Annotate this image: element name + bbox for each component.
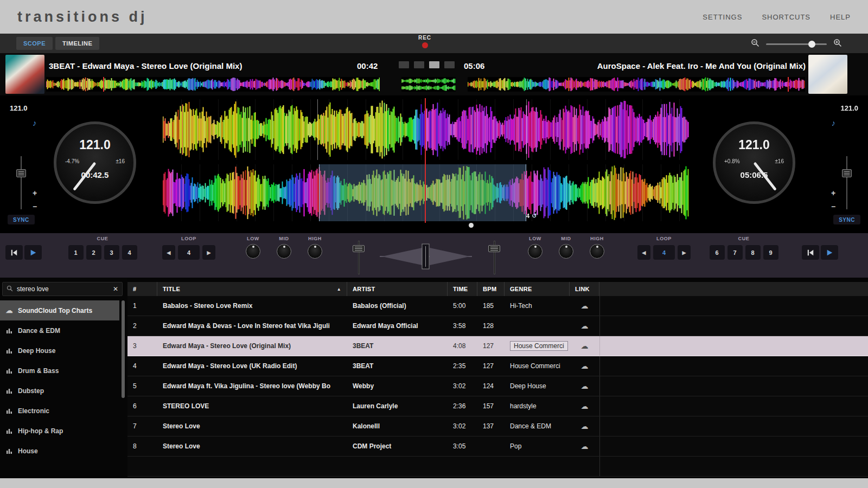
deck-b-pitch-slider-handle[interactable] — [842, 169, 852, 177]
zoom-out-icon[interactable] — [751, 38, 760, 49]
sidebar-item-hip-hop-rap[interactable]: Hip-hop & Rap — [0, 421, 119, 441]
sidebar-item-drum-bass[interactable]: Drum & Bass — [0, 361, 119, 381]
sidebar-item-soundcloud-top-charts[interactable]: ☁SoundCloud Top Charts — [0, 300, 119, 320]
deck-a-high-knob[interactable] — [308, 244, 322, 259]
soundcloud-link-icon[interactable]: ☁ — [581, 442, 589, 451]
soundcloud-link-icon[interactable]: ☁ — [581, 422, 589, 431]
deck-a-loop-length-button[interactable]: 4 — [178, 245, 200, 260]
deck-b-pitch-bend-down-button[interactable]: − — [829, 202, 838, 211]
zoom-slider-handle[interactable] — [808, 41, 815, 48]
zoom-slider[interactable] — [766, 43, 827, 45]
soundcloud-link-icon[interactable]: ☁ — [581, 342, 589, 350]
menu-help[interactable]: HELP — [830, 13, 851, 21]
layout-toggle-icon-1[interactable] — [399, 61, 409, 68]
column-genre[interactable]: GENRE — [505, 282, 570, 296]
deck-b-pitch-slider[interactable] — [842, 156, 852, 209]
deck-a-cue-button-4[interactable]: 4 — [122, 245, 137, 260]
deck-a-low-knob[interactable] — [246, 244, 260, 259]
menu-settings[interactable]: SETTINGS — [703, 13, 742, 21]
deck-a-jog-wheel[interactable]: 121.0 -4.7% ±16 00:42.5 — [54, 121, 136, 204]
layout-toggle-icon-4[interactable] — [444, 61, 455, 68]
waveform-scroll-handle[interactable] — [469, 223, 474, 228]
table-row[interactable]: 3Edward Maya - Stereo Love (Original Mix… — [127, 336, 868, 356]
loop-selection-region[interactable] — [319, 164, 526, 221]
tab-timeline[interactable]: TIMELINE — [55, 37, 99, 50]
deck-b-high-knob[interactable] — [590, 244, 604, 259]
menu-shortcuts[interactable]: SHORTCUTS — [762, 13, 810, 21]
sidebar-item-deep-house[interactable]: Deep House — [0, 341, 119, 361]
soundcloud-link-icon[interactable]: ☁ — [581, 382, 589, 390]
soundcloud-link-icon[interactable]: ☁ — [581, 322, 589, 330]
zoom-in-icon[interactable] — [833, 38, 842, 49]
deck-a-pitch-slider-handle[interactable] — [16, 169, 26, 177]
soundcloud-link-icon[interactable]: ☁ — [581, 362, 589, 370]
table-row[interactable]: 7Stereo LoveKalonelll3:02137Dance & EDM☁ — [127, 416, 868, 436]
table-row[interactable]: 5Edward Maya ft. Vika Jigulina - Stereo … — [127, 376, 868, 396]
table-row[interactable]: 6STEREO LOVELauren Carlyle2:36157hardsty… — [127, 396, 868, 416]
mix-overview-waveform[interactable] — [401, 77, 456, 92]
column-artist[interactable]: ARTIST — [347, 282, 448, 296]
layout-toggle-icon-2[interactable] — [414, 61, 424, 68]
deck-b-mid-knob[interactable] — [559, 244, 573, 259]
cell-link — [570, 457, 599, 476]
sidebar-item-dance-edm[interactable]: Dance & EDM — [0, 320, 119, 341]
deck-a-cue-button-1[interactable]: 1 — [68, 245, 84, 260]
deck-a-mid-knob[interactable] — [277, 244, 291, 259]
search-input[interactable]: stereo love ✕ — [2, 282, 123, 296]
horizontal-scrollbar[interactable] — [0, 478, 868, 488]
deck-a-volume-fader-handle[interactable] — [353, 245, 365, 252]
deck-b-loop-double-button[interactable]: ▶ — [678, 245, 691, 260]
sidebar-scrollbar[interactable] — [122, 300, 125, 398]
deck-b-jog-wheel[interactable]: 121.0 +0.8% ±16 05:06.5 — [713, 121, 795, 204]
deck-b-low-knob[interactable] — [528, 244, 542, 259]
deck-b-volume-fader-handle[interactable] — [488, 245, 500, 252]
deck-a-cue-button-2[interactable]: 2 — [86, 245, 101, 260]
cell-time: 3:05 — [448, 436, 477, 456]
column-link[interactable]: LINK — [570, 282, 599, 296]
crossfader[interactable] — [379, 241, 473, 272]
deck-b-volume-fader[interactable] — [487, 241, 501, 274]
deck-a-play-button[interactable] — [24, 245, 42, 260]
table-row[interactable]: 4Edward Maya - Stereo Love (UK Radio Edi… — [127, 356, 868, 376]
deck-b-skip-start-button[interactable] — [802, 245, 819, 260]
deck-a-volume-fader[interactable] — [352, 241, 366, 274]
deck-b-loop-length-button[interactable]: 4 — [653, 245, 675, 260]
sidebar-item-dubstep[interactable]: Dubstep — [0, 381, 119, 401]
deck-a-skip-start-button[interactable] — [5, 245, 23, 260]
record-button[interactable]: REC — [412, 35, 438, 50]
deck-a-overview-waveform[interactable] — [46, 77, 380, 92]
deck-b-loop-halve-button[interactable]: ◀ — [637, 245, 650, 260]
sidebar-item-electronic[interactable]: Electronic — [0, 401, 119, 421]
tab-scope[interactable]: SCOPE — [16, 37, 53, 50]
table-row[interactable] — [127, 457, 868, 477]
deck-b-cue-button-8[interactable]: 8 — [745, 245, 761, 260]
deck-a-pitch-bend-down-button[interactable]: − — [30, 202, 39, 211]
soundcloud-link-icon[interactable]: ☁ — [581, 301, 589, 310]
deck-a-pitch-slider[interactable] — [16, 156, 26, 209]
deck-a-cue-button-3[interactable]: 3 — [104, 245, 119, 260]
deck-a-loop-halve-button[interactable]: ◀ — [162, 245, 175, 260]
column-number[interactable]: # — [127, 282, 157, 296]
deck-b-sync-button[interactable]: SYNC — [833, 215, 860, 224]
toolbar: SCOPE TIMELINE REC — [0, 34, 868, 53]
table-row[interactable]: 8Stereo LoveCDM Project3:05Pop☁ — [127, 436, 868, 457]
deck-b-play-button[interactable] — [821, 245, 838, 260]
table-row[interactable]: 1Babalos - Stereo Love RemixBabalos (Off… — [127, 296, 868, 316]
soundcloud-link-icon[interactable]: ☁ — [581, 402, 589, 410]
column-bpm[interactable]: BPM — [477, 282, 505, 296]
deck-b-cue-button-7[interactable]: 7 — [727, 245, 743, 260]
column-time[interactable]: TIME — [448, 282, 477, 296]
deck-b-pitch-bend-up-button[interactable]: + — [829, 189, 838, 197]
deck-a-loop-double-button[interactable]: ▶ — [202, 245, 215, 260]
layout-toggle-icon-3[interactable] — [429, 61, 439, 68]
deck-a-pitch-bend-up-button[interactable]: + — [30, 189, 39, 197]
clear-search-icon[interactable]: ✕ — [113, 285, 118, 293]
deck-b-cue-button-6[interactable]: 6 — [710, 245, 725, 260]
table-row[interactable]: 2Edward Maya & Devas - Love In Stereo fe… — [127, 316, 868, 336]
deck-b-overview-waveform[interactable] — [468, 77, 805, 92]
sidebar-item-house[interactable]: House — [0, 441, 119, 461]
deck-a-waveform[interactable] — [163, 99, 689, 160]
deck-b-cue-button-9[interactable]: 9 — [763, 245, 778, 260]
column-title[interactable]: TITLE ▲ — [157, 282, 347, 296]
deck-a-sync-button[interactable]: SYNC — [8, 215, 35, 224]
